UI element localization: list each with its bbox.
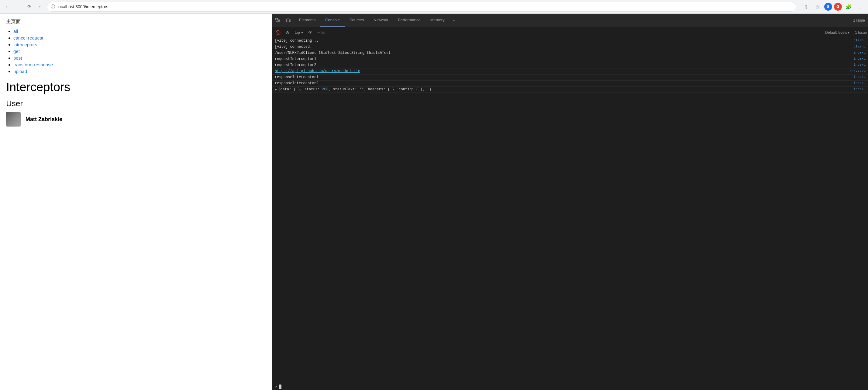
avatar — [6, 112, 21, 127]
nav-link-interceptors[interactable]: interceptors — [13, 42, 37, 47]
console-issue-badge: 1 Issue — [855, 30, 867, 35]
issue-badge: 1 Issue — [850, 18, 868, 23]
user-row: Matt Zabriskie — [6, 112, 266, 127]
list-item: post — [13, 55, 266, 61]
console-source[interactable]: index… — [851, 63, 866, 66]
console-toolbar: 🚫 ⊘ top ▾ 👁 Default levels ▾ 1 Issue — [272, 27, 868, 38]
console-message: /user/NLRX?idClient=1&idTest=2&testStrin… — [275, 51, 851, 55]
console-output[interactable]: [vite] connecting... clien… [vite] conne… — [272, 38, 868, 383]
nav-link-post[interactable]: post — [13, 55, 22, 60]
issue-count-label: 1 Issue — [855, 30, 867, 35]
eye-button[interactable]: 👁 — [306, 28, 315, 37]
console-row: /user/NLRX?idClient=1&idTest=2&testStrin… — [272, 50, 868, 56]
issue-count: 1 Issue — [853, 18, 865, 23]
list-item: all — [13, 29, 266, 34]
console-row: ▶ {data: {…}, status: 200, statusText: '… — [272, 87, 868, 93]
console-source[interactable]: index… — [851, 75, 866, 79]
console-row: [vite] connecting... clien… — [272, 38, 868, 44]
svg-rect-1 — [287, 19, 289, 22]
devtools-tabs: Elements Console Sources Network Perform… — [294, 14, 850, 27]
console-message: responseInterceptor2 — [275, 81, 851, 85]
forward-button[interactable]: → — [14, 2, 23, 11]
user-name: Matt Zabriskie — [26, 116, 62, 122]
filter-input[interactable] — [316, 30, 823, 35]
console-input-row[interactable]: > — [272, 383, 868, 390]
more-tabs-button[interactable]: » — [450, 14, 458, 27]
tab-network[interactable]: Network — [369, 14, 393, 27]
console-object: {data: {…}, status: 200, statusText: '',… — [278, 87, 851, 91]
address-bar[interactable]: ⓘ localhost:3000/interceptors — [47, 2, 796, 11]
avatar-image — [6, 112, 21, 127]
status-text-value: '' — [359, 87, 364, 91]
console-row: responseInterceptor2 index… — [272, 81, 868, 87]
nav-list: all cancel-request interceptors get post… — [6, 29, 266, 74]
device-toggle-button[interactable] — [283, 15, 294, 26]
browser-chrome: ← → ⟳ ⌂ ⓘ localhost:3000/interceptors ⇧ … — [0, 0, 868, 14]
prohibit-button[interactable]: ⊘ — [283, 28, 292, 37]
toolbar-icons: ⇧ ☆ S G 🧩 ⋮ — [801, 2, 865, 11]
console-message: requestInterceptor1 — [275, 57, 851, 61]
console-row: requestInterceptor1 index… — [272, 56, 868, 62]
section-title: User — [6, 99, 266, 108]
nav-link-upload[interactable]: upload — [13, 69, 27, 74]
list-item: transform-response — [13, 62, 266, 67]
console-message: responseInterceptor1 — [275, 75, 851, 79]
levels-chevron-icon: ▾ — [848, 30, 849, 35]
console-message: [vite] connecting... — [275, 39, 851, 43]
clear-console-button[interactable]: 🚫 — [274, 28, 282, 37]
default-levels-label: Default levels — [825, 30, 847, 35]
browser-toolbar: ← → ⟳ ⌂ ⓘ localhost:3000/interceptors ⇧ … — [0, 0, 868, 13]
top-label: top — [295, 30, 300, 35]
nav-link-all[interactable]: all — [13, 29, 18, 34]
list-item: upload — [13, 69, 266, 74]
devtools-panel: Elements Console Sources Network Perform… — [272, 14, 868, 390]
tab-performance[interactable]: Performance — [393, 14, 425, 27]
home-label: 主页面 — [6, 19, 266, 25]
tab-memory[interactable]: Memory — [426, 14, 450, 27]
list-item: cancel-request — [13, 35, 266, 41]
reload-button[interactable]: ⟳ — [25, 2, 33, 11]
lock-icon: ⓘ — [51, 4, 55, 9]
nav-link-get[interactable]: get — [13, 49, 20, 54]
console-prompt-symbol: > — [275, 384, 277, 389]
top-selector[interactable]: top ▾ — [293, 30, 305, 35]
console-message: [vite] connected. — [275, 45, 851, 49]
top-chevron-icon: ▾ — [301, 30, 303, 35]
default-levels-selector[interactable]: Default levels ▾ — [823, 30, 851, 35]
console-source[interactable]: index… — [851, 81, 866, 85]
tab-console[interactable]: Console — [320, 14, 345, 27]
github-link[interactable]: https://api.github.com/users/mzabriskie — [275, 69, 360, 73]
list-item: get — [13, 49, 266, 54]
extensions-button[interactable]: 🧩 — [844, 2, 854, 11]
expand-icon[interactable]: ▶ — [275, 87, 277, 92]
console-source[interactable]: index… — [851, 87, 866, 91]
console-source[interactable]: index… — [851, 51, 866, 54]
console-row: responseInterceptor1 index… — [272, 75, 868, 81]
console-message: requestInterceptor2 — [275, 63, 851, 67]
nav-link-cancel-request[interactable]: cancel-request — [13, 35, 43, 40]
account-avatar[interactable]: G — [834, 3, 842, 11]
svg-rect-0 — [276, 18, 277, 20]
profile-avatar[interactable]: S — [824, 3, 832, 11]
nav-link-transform-response[interactable]: transform-response — [13, 62, 53, 67]
console-source[interactable]: clien… — [851, 39, 866, 42]
share-button[interactable]: ⇧ — [801, 2, 811, 11]
console-row: requestInterceptor2 index… — [272, 62, 868, 68]
tab-sources[interactable]: Sources — [345, 14, 369, 27]
devtools-topbar: Elements Console Sources Network Perform… — [272, 14, 868, 27]
console-source[interactable]: xhr.ts?… — [847, 69, 866, 73]
status-value: 200 — [322, 87, 329, 91]
inspect-element-button[interactable] — [272, 15, 283, 26]
menu-button[interactable]: ⋮ — [855, 2, 865, 11]
page-content: 主页面 all cancel-request interceptors get … — [0, 14, 272, 390]
console-row: [vite] connected. clien… — [272, 44, 868, 50]
console-source[interactable]: clien… — [851, 45, 866, 48]
url-text: localhost:3000/interceptors — [57, 4, 792, 9]
list-item: interceptors — [13, 42, 266, 48]
bookmark-button[interactable]: ☆ — [813, 2, 823, 11]
tab-elements[interactable]: Elements — [294, 14, 320, 27]
main-area: 主页面 all cancel-request interceptors get … — [0, 14, 868, 390]
back-button[interactable]: ← — [3, 2, 11, 11]
home-button[interactable]: ⌂ — [36, 2, 44, 11]
console-source[interactable]: index… — [851, 57, 866, 60]
